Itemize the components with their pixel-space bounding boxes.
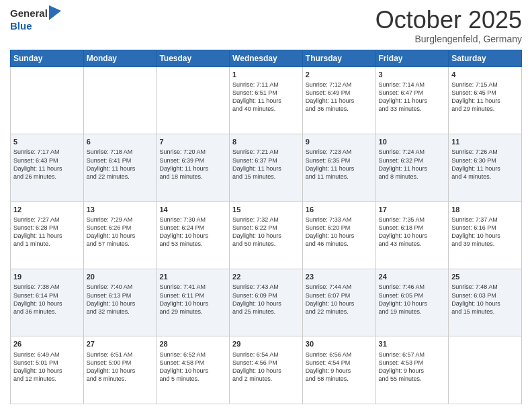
day-info: Sunrise: 7:12 AM Sunset: 6:49 PM Dayligh… [306,81,373,113]
day-info: Sunrise: 6:52 AM Sunset: 4:58 PM Dayligh… [159,351,226,383]
calendar-week-3: 12Sunrise: 7:27 AM Sunset: 6:28 PM Dayli… [11,201,522,269]
day-number: 16 [306,205,373,215]
day-info: Sunrise: 7:18 AM Sunset: 6:41 PM Dayligh… [87,148,154,181]
calendar-cell: 21Sunrise: 7:41 AM Sunset: 6:11 PM Dayli… [157,269,230,336]
day-info: Sunrise: 7:26 AM Sunset: 6:30 PM Dayligh… [451,148,519,181]
calendar-cell: 11Sunrise: 7:26 AM Sunset: 6:30 PM Dayli… [449,134,522,201]
calendar-week-5: 26Sunrise: 6:49 AM Sunset: 5:01 PM Dayli… [11,336,522,404]
day-number: 30 [306,339,373,349]
calendar-cell: 26Sunrise: 6:49 AM Sunset: 5:01 PM Dayli… [11,336,84,404]
day-info: Sunrise: 6:49 AM Sunset: 5:01 PM Dayligh… [13,351,81,383]
day-info: Sunrise: 7:38 AM Sunset: 6:14 PM Dayligh… [13,283,81,316]
calendar-cell: 31Sunrise: 6:57 AM Sunset: 4:53 PM Dayli… [375,336,449,404]
calendar-cell: 23Sunrise: 7:44 AM Sunset: 6:07 PM Dayli… [302,269,375,336]
svg-marker-0 [49,5,61,20]
day-header-thursday: Thursday [302,50,375,66]
day-header-saturday: Saturday [449,50,522,66]
day-number: 21 [159,272,226,282]
day-number: 2 [306,70,373,80]
calendar-cell: 14Sunrise: 7:30 AM Sunset: 6:24 PM Dayli… [157,201,230,269]
calendar-cell [449,336,522,404]
calendar-cell: 3Sunrise: 7:14 AM Sunset: 6:47 PM Daylig… [375,66,449,134]
day-info: Sunrise: 6:51 AM Sunset: 5:00 PM Dayligh… [87,351,154,383]
logo-blue-text: Blue [10,20,32,32]
day-info: Sunrise: 7:14 AM Sunset: 6:47 PM Dayligh… [379,81,446,113]
calendar-cell: 9Sunrise: 7:23 AM Sunset: 6:35 PM Daylig… [302,134,375,201]
day-number: 25 [451,272,519,282]
calendar-cell: 30Sunrise: 6:56 AM Sunset: 4:54 PM Dayli… [302,336,375,404]
calendar-cell: 1Sunrise: 7:11 AM Sunset: 6:51 PM Daylig… [230,66,303,134]
day-number: 26 [13,339,81,349]
day-number: 13 [87,205,154,215]
day-info: Sunrise: 7:21 AM Sunset: 6:37 PM Dayligh… [232,148,300,181]
day-number: 10 [379,137,446,147]
logo: General Blue [10,7,61,32]
day-info: Sunrise: 7:24 AM Sunset: 6:32 PM Dayligh… [379,148,446,181]
day-info: Sunrise: 6:54 AM Sunset: 4:56 PM Dayligh… [232,351,300,383]
calendar-week-1: 1Sunrise: 7:11 AM Sunset: 6:51 PM Daylig… [11,66,522,134]
calendar-cell: 15Sunrise: 7:32 AM Sunset: 6:22 PM Dayli… [230,201,303,269]
day-number: 23 [306,272,373,282]
location-subtitle: Burglengenfeld, Germany [375,34,522,44]
day-number: 29 [232,339,300,349]
calendar-cell: 18Sunrise: 7:37 AM Sunset: 6:16 PM Dayli… [449,201,522,269]
day-number: 3 [379,70,446,80]
day-info: Sunrise: 7:37 AM Sunset: 6:16 PM Dayligh… [451,216,519,248]
day-info: Sunrise: 7:33 AM Sunset: 6:20 PM Dayligh… [306,216,373,248]
day-number: 6 [87,137,154,147]
day-number: 11 [451,137,519,147]
day-number: 17 [379,205,446,215]
day-number: 24 [379,272,446,282]
day-info: Sunrise: 7:29 AM Sunset: 6:26 PM Dayligh… [87,216,154,248]
day-info: Sunrise: 7:32 AM Sunset: 6:22 PM Dayligh… [232,216,300,248]
day-info: Sunrise: 7:15 AM Sunset: 6:45 PM Dayligh… [451,81,519,113]
day-header-friday: Friday [375,50,449,66]
calendar-cell: 7Sunrise: 7:20 AM Sunset: 6:39 PM Daylig… [157,134,230,201]
calendar-cell: 2Sunrise: 7:12 AM Sunset: 6:49 PM Daylig… [302,66,375,134]
day-info: Sunrise: 7:35 AM Sunset: 6:18 PM Dayligh… [379,216,446,248]
calendar-cell: 19Sunrise: 7:38 AM Sunset: 6:14 PM Dayli… [11,269,84,336]
calendar-cell: 16Sunrise: 7:33 AM Sunset: 6:20 PM Dayli… [302,201,375,269]
calendar-header-row: SundayMondayTuesdayWednesdayThursdayFrid… [11,50,522,66]
calendar-cell [11,66,84,134]
day-number: 18 [451,205,519,215]
calendar-cell: 17Sunrise: 7:35 AM Sunset: 6:18 PM Dayli… [375,201,449,269]
day-info: Sunrise: 7:41 AM Sunset: 6:11 PM Dayligh… [159,283,226,316]
calendar-cell: 29Sunrise: 6:54 AM Sunset: 4:56 PM Dayli… [230,336,303,404]
calendar-cell: 28Sunrise: 6:52 AM Sunset: 4:58 PM Dayli… [157,336,230,404]
day-number: 8 [232,137,300,147]
day-number: 22 [232,272,300,282]
day-number: 15 [232,205,300,215]
day-number: 5 [13,137,81,147]
calendar-cell: 22Sunrise: 7:43 AM Sunset: 6:09 PM Dayli… [230,269,303,336]
day-info: Sunrise: 7:43 AM Sunset: 6:09 PM Dayligh… [232,283,300,316]
day-number: 7 [159,137,226,147]
day-info: Sunrise: 6:57 AM Sunset: 4:53 PM Dayligh… [379,351,446,383]
day-info: Sunrise: 7:11 AM Sunset: 6:51 PM Dayligh… [232,81,300,113]
day-info: Sunrise: 7:46 AM Sunset: 6:05 PM Dayligh… [379,283,446,316]
day-info: Sunrise: 7:40 AM Sunset: 6:13 PM Dayligh… [87,283,154,316]
calendar-cell [157,66,230,134]
calendar-cell: 10Sunrise: 7:24 AM Sunset: 6:32 PM Dayli… [375,134,449,201]
calendar-cell: 5Sunrise: 7:17 AM Sunset: 6:43 PM Daylig… [11,134,84,201]
day-header-sunday: Sunday [11,50,84,66]
logo-general-text: General [10,7,48,19]
day-info: Sunrise: 6:56 AM Sunset: 4:54 PM Dayligh… [306,351,373,383]
calendar-table: SundayMondayTuesdayWednesdayThursdayFrid… [10,50,522,404]
day-number: 20 [87,272,154,282]
calendar-cell [83,66,157,134]
calendar-cell: 25Sunrise: 7:48 AM Sunset: 6:03 PM Dayli… [449,269,522,336]
day-number: 19 [13,272,81,282]
day-info: Sunrise: 7:48 AM Sunset: 6:03 PM Dayligh… [451,283,519,316]
calendar-cell: 6Sunrise: 7:18 AM Sunset: 6:41 PM Daylig… [83,134,157,201]
day-header-wednesday: Wednesday [230,50,303,66]
day-header-tuesday: Tuesday [157,50,230,66]
calendar-cell: 27Sunrise: 6:51 AM Sunset: 5:00 PM Dayli… [83,336,157,404]
day-info: Sunrise: 7:44 AM Sunset: 6:07 PM Dayligh… [306,283,373,316]
calendar-cell: 13Sunrise: 7:29 AM Sunset: 6:26 PM Dayli… [83,201,157,269]
calendar-cell: 12Sunrise: 7:27 AM Sunset: 6:28 PM Dayli… [11,201,84,269]
day-info: Sunrise: 7:20 AM Sunset: 6:39 PM Dayligh… [159,148,226,181]
calendar-cell: 8Sunrise: 7:21 AM Sunset: 6:37 PM Daylig… [230,134,303,201]
calendar-cell: 24Sunrise: 7:46 AM Sunset: 6:05 PM Dayli… [375,269,449,336]
logo-icon [49,5,61,20]
